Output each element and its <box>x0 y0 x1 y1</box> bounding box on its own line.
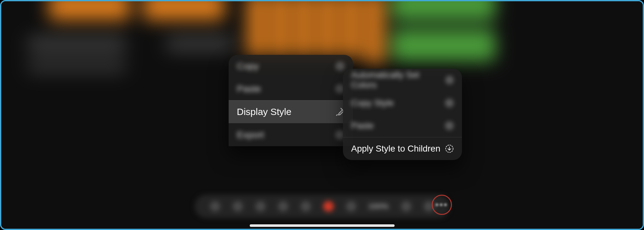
submenu-item-label: Apply Style to Children <box>351 144 440 154</box>
download-circle-icon <box>445 144 454 153</box>
toolbar-more-button[interactable]: ••• <box>432 195 452 215</box>
wand-icon <box>445 76 454 84</box>
app-frame: 100% ••• Copy Paste Display Style Expor <box>0 0 644 230</box>
menu-item-copy[interactable]: Copy <box>229 55 353 78</box>
toolbar-zoom-in[interactable] <box>401 201 412 212</box>
toolbar-button-4[interactable] <box>278 201 288 212</box>
toolbar-button-1[interactable] <box>210 201 220 212</box>
submenu-item-label: Automatically Set Colors <box>351 70 445 90</box>
menu-item-paste[interactable]: Paste <box>229 78 353 100</box>
submenu-item-auto-colors[interactable]: Automatically Set Colors <box>343 69 462 91</box>
copy-icon <box>335 61 345 71</box>
toolbar-zoom-label: 100% <box>368 202 389 211</box>
menu-item-label: Display Style <box>237 106 291 117</box>
toolbar-button-2[interactable] <box>232 201 243 212</box>
bottom-toolbar: 100% <box>195 195 450 218</box>
toolbar-button-5[interactable] <box>300 201 311 212</box>
submenu-display-style: Automatically Set Colors Copy Style Past… <box>343 69 462 160</box>
submenu-item-label: Paste <box>351 121 374 131</box>
submenu-item-copy-style[interactable]: Copy Style <box>343 91 462 114</box>
menu-item-display-style[interactable]: Display Style <box>229 100 353 123</box>
submenu-item-label: Copy Style <box>351 98 394 108</box>
menu-item-label: Paste <box>237 83 261 94</box>
home-indicator <box>250 224 395 227</box>
paste-icon <box>445 121 454 130</box>
copy-icon <box>445 99 454 107</box>
toolbar-button-3[interactable] <box>255 201 266 212</box>
context-menu: Copy Paste Display Style Export <box>229 55 353 146</box>
submenu-item-paste[interactable]: Paste <box>343 114 462 137</box>
menu-item-label: Export <box>237 129 264 140</box>
submenu-item-apply-children[interactable]: Apply Style to Children <box>343 137 462 160</box>
menu-item-export[interactable]: Export <box>229 123 353 146</box>
toolbar-record-button[interactable] <box>323 201 334 212</box>
menu-item-label: Copy <box>237 61 259 72</box>
toolbar-zoom-out[interactable] <box>346 201 356 212</box>
